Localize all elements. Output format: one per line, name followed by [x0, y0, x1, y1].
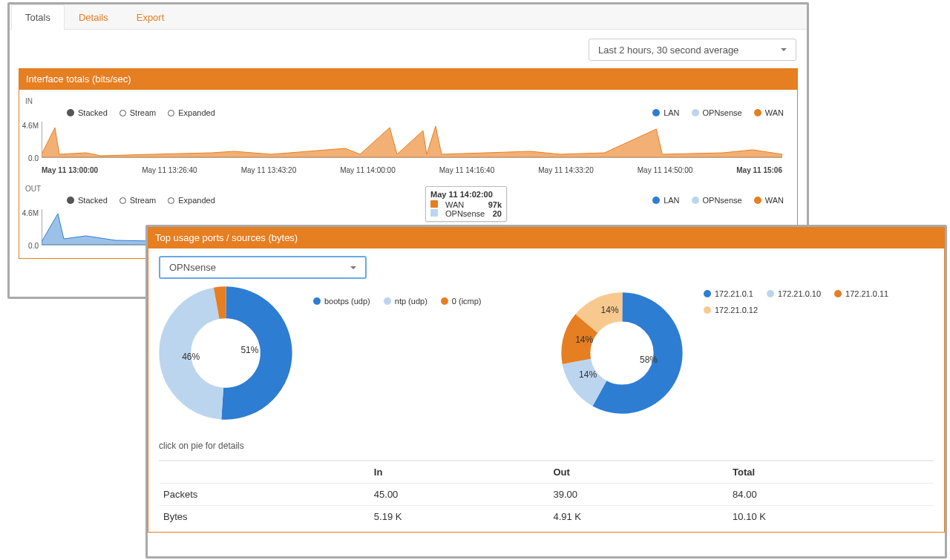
legend-ntp[interactable]: ntp (udp)	[384, 289, 428, 313]
y-tick-top-out: 4.6M	[22, 208, 42, 217]
view-expanded[interactable]: Expanded	[168, 108, 215, 117]
legend-icmp[interactable]: 0 (icmp)	[441, 289, 482, 313]
legend-ip11[interactable]: 172.21.0.11	[834, 289, 888, 298]
y-tick-bottom-out: 0.0	[28, 242, 42, 250]
in-label: IN	[22, 96, 794, 107]
pie-sources-chart[interactable]: 58% 14% 14% 14%	[561, 286, 683, 420]
pie-sources-legend: 172.21.0.1 172.21.0.10 172.21.0.11 172.2…	[704, 289, 934, 314]
legend-ip10[interactable]: 172.21.0.10	[767, 289, 821, 298]
pie-hint: click on pie for details	[148, 420, 944, 455]
chevron-down-icon	[350, 266, 356, 269]
pie-ports-legend: bootps (udp) ntp (udp) 0 (icmp)	[313, 289, 482, 313]
view-stacked[interactable]: Stacked	[67, 108, 108, 117]
y-tick-top: 4.6M	[22, 121, 42, 129]
tab-export[interactable]: Export	[122, 4, 179, 30]
pie-ports-chart[interactable]: 51% 46%	[159, 286, 292, 420]
pct-14b: 14%	[575, 335, 593, 345]
time-range-select[interactable]: Last 2 hours, 30 second average	[589, 39, 796, 61]
view-stacked-out[interactable]: Stacked	[67, 196, 108, 205]
tooltip-title: May 11 14:02:00	[430, 190, 502, 199]
legend-lan-out[interactable]: LAN	[652, 196, 679, 205]
tab-details[interactable]: Details	[65, 4, 122, 30]
chevron-down-icon	[781, 48, 787, 51]
in-toolbar: Stacked Stream Expanded LAN OPNsense WAN	[22, 107, 794, 119]
legend-lan[interactable]: LAN	[652, 108, 679, 117]
view-stream[interactable]: Stream	[119, 108, 156, 117]
tab-totals[interactable]: Totals	[11, 4, 65, 30]
pie-sources: 58% 14% 14% 14% 172.21.0.1 172.21.0.10 1…	[561, 286, 934, 420]
time-range-value: Last 2 hours, 30 second average	[598, 45, 738, 56]
details-table: In Out Total Packets 45.00 39.00 84.00 B…	[159, 460, 934, 527]
chart-tooltip: May 11 14:02:00 WAN 97k OPNsense 20	[425, 186, 507, 222]
interface-selected: OPNsense	[169, 262, 216, 273]
table-row: Bytes 5.19 K 4.91 K 10.10 K	[159, 506, 934, 528]
legend-ip12[interactable]: 172.21.0.12	[704, 306, 758, 314]
tooltip-row-wan: WAN 97k	[430, 200, 502, 209]
th-out: Out	[548, 461, 728, 484]
tab-bar: Totals Details Export	[10, 4, 807, 30]
legend-ip1[interactable]: 172.21.0.1	[704, 289, 753, 298]
y-tick-bottom: 0.0	[28, 154, 42, 162]
panel-top-usage: Top usage ports / sources (bytes) OPNsen…	[145, 225, 947, 559]
pct-58: 58%	[640, 355, 658, 365]
out-toolbar: Stacked Stream Expanded LAN OPNsense WAN	[22, 194, 794, 206]
view-expanded-out[interactable]: Expanded	[168, 196, 215, 205]
panel-totals-header: Interface totals (bits/sec)	[19, 68, 798, 90]
panel-usage-header: Top usage ports / sources (bytes)	[148, 227, 945, 248]
in-chart[interactable]: 4.6M 0.0	[42, 119, 782, 165]
pie-ports: 51% 46% bootps (udp) ntp (udp) 0 (icmp)	[159, 286, 531, 420]
th-in: In	[370, 461, 549, 484]
in-x-axis: May 11 13:00:00May 11 13:26:40May 11 13:…	[22, 165, 794, 179]
pct-14c: 14%	[601, 305, 619, 315]
th-blank	[159, 461, 370, 484]
pct-46: 46%	[182, 352, 200, 362]
legend-opn-out[interactable]: OPNsense	[692, 196, 742, 205]
interface-select[interactable]: OPNsense	[159, 256, 367, 279]
legend-wan[interactable]: WAN	[754, 108, 784, 117]
legend-wan-out[interactable]: WAN	[754, 196, 784, 205]
table-row: Packets 45.00 39.00 84.00	[159, 484, 934, 506]
out-label: OUT	[22, 183, 794, 194]
pct-14a: 14%	[579, 369, 597, 380]
pct-51: 51%	[240, 345, 258, 355]
th-total: Total	[728, 461, 934, 484]
legend-bootps[interactable]: bootps (udp)	[313, 289, 370, 313]
view-stream-out[interactable]: Stream	[119, 196, 156, 205]
tooltip-row-opn: OPNsense 20	[430, 209, 502, 218]
legend-opn[interactable]: OPNsense	[692, 108, 742, 117]
